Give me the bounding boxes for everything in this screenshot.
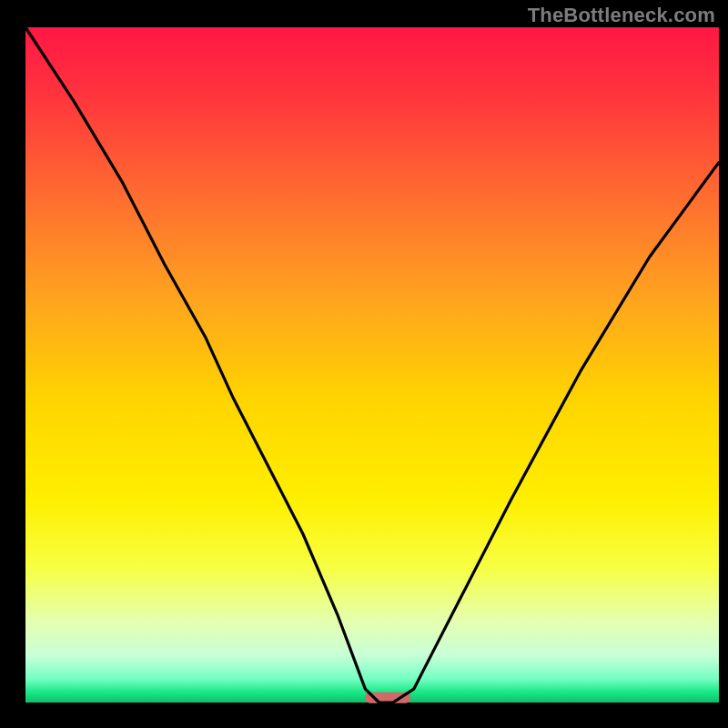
- bottleneck-chart: [0, 0, 728, 728]
- watermark-text: TheBottleneck.com: [528, 4, 715, 27]
- plot-background: [25, 27, 719, 703]
- chart-frame: TheBottleneck.com: [0, 0, 728, 728]
